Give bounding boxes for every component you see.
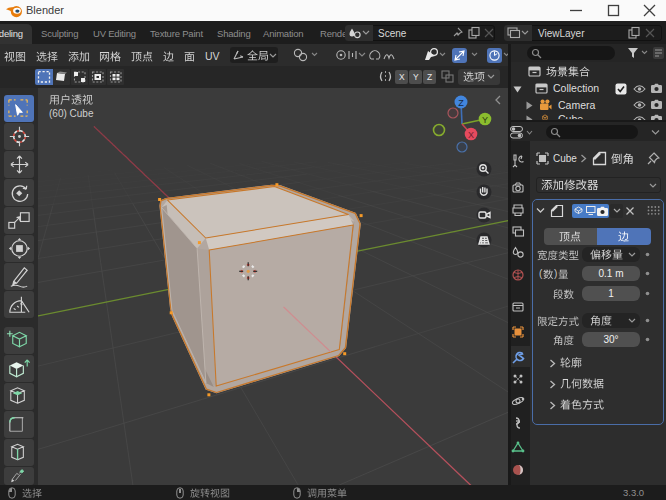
svg-text:Z: Z (458, 98, 464, 108)
svg-text:X: X (468, 130, 474, 140)
svg-text:Y: Y (482, 115, 488, 125)
